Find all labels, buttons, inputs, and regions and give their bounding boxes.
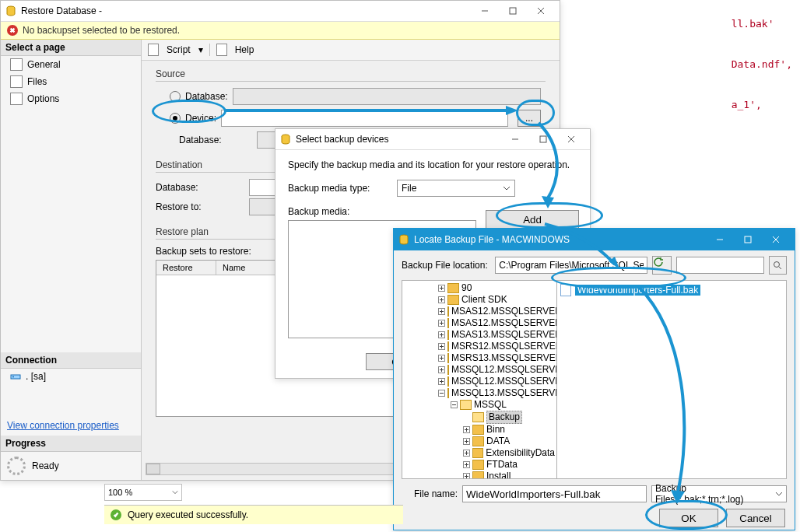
tree-node[interactable]: Backup bbox=[407, 411, 555, 424]
expand-icon bbox=[438, 366, 445, 373]
folder-tree[interactable]: 90Client SDKMSAS12.MSSQLSERVERMSAS12.MSS… bbox=[402, 281, 557, 478]
close-button[interactable] bbox=[762, 231, 790, 248]
titlebar[interactable]: Locate Backup File - MACWINDOWS bbox=[394, 229, 795, 250]
titlebar[interactable]: Restore Database - bbox=[1, 1, 560, 22]
spinner-icon bbox=[7, 457, 26, 475]
device-database-label: Database: bbox=[179, 135, 249, 145]
left-pane: Select a page General Files Options Conn… bbox=[1, 40, 142, 480]
instruction-text: Specify the backup media and its locatio… bbox=[288, 159, 577, 170]
radio-unchecked-icon bbox=[170, 91, 181, 102]
error-icon bbox=[7, 25, 18, 36]
tree-node[interactable]: FTData bbox=[407, 459, 555, 471]
cancel-button[interactable]: Cancel bbox=[726, 509, 785, 527]
file-list[interactable]: WideWorldImporters-Full.bak bbox=[557, 281, 786, 478]
expand-icon bbox=[438, 378, 445, 385]
folder-icon bbox=[447, 365, 449, 375]
search-input[interactable] bbox=[676, 257, 763, 274]
location-input[interactable] bbox=[495, 257, 647, 274]
tree-node-label: DATA bbox=[486, 436, 510, 447]
expand-icon bbox=[438, 320, 445, 327]
script-button[interactable]: Script bbox=[162, 43, 195, 57]
tree-node[interactable]: Binn bbox=[407, 424, 555, 436]
tree-node-label: MSSQL13.MSSQLSERVER bbox=[451, 387, 557, 399]
device-browse-button[interactable]: ... bbox=[518, 110, 541, 127]
file-item[interactable]: WideWorldImporters-Full.bak bbox=[560, 284, 783, 296]
close-button[interactable] bbox=[557, 131, 585, 148]
tree-node-label: FTData bbox=[486, 459, 518, 471]
tree-node[interactable]: MSSQL12.MSSQLSERVER2 bbox=[407, 376, 555, 387]
tree-node-label: Client SDK bbox=[461, 294, 507, 306]
tree-node[interactable]: DATA bbox=[407, 436, 555, 447]
nav-general[interactable]: General bbox=[1, 56, 141, 73]
close-button[interactable] bbox=[527, 2, 555, 19]
device-path-input[interactable] bbox=[221, 110, 508, 127]
expand-icon bbox=[438, 331, 445, 338]
tree-node[interactable]: MSAS12.MSSQLSERVER2 bbox=[407, 317, 555, 329]
source-database-radio[interactable]: Database: bbox=[170, 88, 541, 105]
dropdown-arrow-icon[interactable]: ▾ bbox=[198, 44, 203, 55]
media-type-combo[interactable]: File bbox=[397, 180, 515, 197]
maximize-button[interactable] bbox=[734, 231, 762, 248]
maximize-button[interactable] bbox=[529, 131, 557, 148]
zoom-combo[interactable]: 100 % bbox=[104, 484, 182, 501]
tree-node-label: MSSQL12.MSSQLSERVER bbox=[451, 364, 557, 376]
source-device-radio[interactable]: Device: ... bbox=[170, 110, 541, 127]
search-button[interactable] bbox=[769, 256, 787, 275]
folder-icon bbox=[472, 460, 484, 470]
expand-icon bbox=[438, 355, 445, 362]
expand-icon bbox=[463, 473, 470, 478]
view-connection-link[interactable]: View connection properties bbox=[1, 415, 141, 436]
tree-node[interactable]: MSAS12.MSSQLSERVER bbox=[407, 306, 555, 317]
folder-icon bbox=[447, 353, 449, 363]
tree-node[interactable]: MSAS13.MSSQLSERVER bbox=[407, 329, 555, 341]
server-icon bbox=[10, 371, 21, 382]
tree-node-label: Install bbox=[486, 471, 511, 478]
minimize-button[interactable] bbox=[706, 231, 734, 248]
tree-node-label: MSRS13.MSSQLSERVER bbox=[451, 352, 557, 364]
minimize-button[interactable] bbox=[471, 2, 499, 19]
chevron-down-icon bbox=[172, 489, 178, 495]
maximize-button[interactable] bbox=[499, 2, 527, 19]
folder-icon bbox=[472, 412, 484, 422]
expand-icon bbox=[463, 450, 470, 457]
tree-node[interactable]: ExtensibilityData bbox=[407, 447, 555, 459]
tree-node[interactable]: MSRS13.MSSQLSERVER bbox=[407, 352, 555, 364]
tree-node[interactable]: MSSQL bbox=[407, 399, 555, 411]
file-name-input[interactable] bbox=[462, 485, 647, 502]
database-icon bbox=[5, 5, 16, 16]
success-icon bbox=[111, 509, 121, 520]
tree-node[interactable]: Install bbox=[407, 471, 555, 478]
tree-node-label: Binn bbox=[486, 424, 505, 436]
refresh-button[interactable] bbox=[652, 256, 672, 275]
folder-icon bbox=[472, 436, 484, 446]
expand-icon bbox=[438, 296, 445, 303]
location-label: Backup File location: bbox=[402, 260, 490, 271]
minimize-button[interactable] bbox=[501, 131, 529, 148]
source-database-combo[interactable] bbox=[233, 88, 541, 105]
window-title: Locate Backup File - MACWINDOWS bbox=[414, 234, 706, 245]
dest-restoreto-label: Restore to: bbox=[156, 201, 241, 212]
help-button[interactable]: Help bbox=[230, 43, 259, 57]
ok-button[interactable]: OK bbox=[659, 509, 718, 527]
tree-node[interactable]: 90 bbox=[407, 282, 555, 294]
nav-files[interactable]: Files bbox=[1, 73, 141, 90]
file-filter-combo[interactable]: Backup Files(*.bak;*.trn;*.log) bbox=[651, 485, 787, 502]
add-button[interactable]: Add bbox=[486, 210, 579, 229]
tree-node[interactable]: MSSQL12.MSSQLSERVER bbox=[407, 364, 555, 376]
expand-icon bbox=[463, 438, 470, 445]
exec-message: Query executed successfully. bbox=[128, 509, 248, 520]
chevron-down-icon bbox=[503, 184, 511, 192]
titlebar[interactable]: Select backup devices bbox=[275, 129, 590, 150]
refresh-icon bbox=[653, 257, 664, 268]
tree-node[interactable]: Client SDK bbox=[407, 294, 555, 306]
window-title: Select backup devices bbox=[296, 134, 501, 145]
scroll-left-icon[interactable] bbox=[146, 464, 160, 474]
folder-icon bbox=[472, 425, 484, 435]
svg-point-3 bbox=[12, 376, 14, 378]
connection-header: Connection bbox=[1, 352, 141, 369]
nav-options[interactable]: Options bbox=[1, 90, 141, 107]
connection-server: . [sa] bbox=[1, 369, 141, 384]
tree-node[interactable]: MSSQL13.MSSQLSERVER bbox=[407, 387, 555, 399]
folder-icon bbox=[447, 376, 449, 387]
tree-node[interactable]: MSRS12.MSSQLSERVER bbox=[407, 341, 555, 352]
